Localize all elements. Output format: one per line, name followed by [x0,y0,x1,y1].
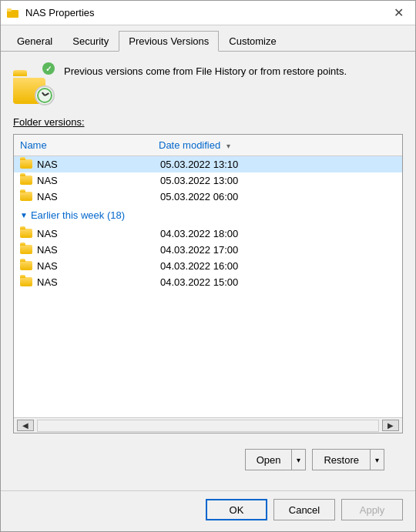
scroll-left-button[interactable]: ◀ [17,420,34,431]
row-name: NAS [37,276,160,288]
row-date: 04.03.2022 18:00 [160,228,396,239]
folder-versions-underline: F [13,116,19,128]
folder-row-icon [20,159,32,170]
versions-list: Name Date modified ▾ NAS 05.03.2022 13:1… [13,134,403,433]
row-name: NAS [37,260,160,272]
scroll-right-button[interactable]: ▶ [382,420,399,431]
list-item[interactable]: NAS 04.03.2022 16:00 [14,258,402,274]
list-item[interactable]: NAS 04.03.2022 18:00 [14,226,402,242]
restore-dropdown-button[interactable]: ▾ [371,449,384,470]
row-name: NAS [37,159,160,170]
row-date: 04.03.2022 16:00 [160,260,396,272]
open-button[interactable]: Open [245,449,293,470]
group-label: Earlier this week (18) [31,209,125,221]
group-header-earlier-this-week[interactable]: ▼ Earlier this week (18) [14,205,402,226]
row-date: 05.03.2022 13:10 [160,159,396,170]
folder-tab [13,70,27,76]
clock-icon [35,85,55,105]
tab-customize[interactable]: Customize [219,31,286,52]
row-name: NAS [37,228,160,239]
row-name: NAS [37,244,160,256]
list-item[interactable]: NAS 05.03.2022 06:00 [14,189,402,205]
col-header-name[interactable]: Name [14,138,153,152]
svg-rect-1 [7,8,12,12]
folder-small-icon [20,261,32,270]
horizontal-scrollbar[interactable]: ◀ ▶ [14,417,402,433]
open-button-group: Open ▾ [245,449,307,470]
row-date: 04.03.2022 15:00 [160,276,396,288]
apply-button[interactable]: Apply [341,499,403,520]
row-date: 04.03.2022 17:00 [160,244,396,256]
folder-row-icon [20,277,32,288]
green-check-icon: ✓ [42,62,55,75]
col-header-date[interactable]: Date modified ▾ [153,138,402,152]
ok-button[interactable]: OK [206,499,267,520]
sort-arrow-icon: ▾ [226,142,230,150]
row-name: NAS [37,191,160,202]
action-buttons-row: Open ▾ Restore ▾ [13,441,403,478]
info-description: Previous versions come from File History… [64,64,347,79]
tab-general[interactable]: General [7,31,62,52]
folder-row-icon [20,192,32,202]
dialog-window: NAS Properties ✕ General Security Previo… [0,0,416,532]
tabs-bar: General Security Previous Versions Custo… [1,25,415,52]
info-icon: ✓ [13,64,53,104]
folder-row-icon [20,245,32,256]
info-section: ✓ Previous versions come from File Histo… [13,64,403,104]
clock-face [37,88,52,103]
folder-small-icon [20,229,32,238]
list-body[interactable]: NAS 05.03.2022 13:10 NAS 05.03.2022 13:0… [14,156,402,417]
open-dropdown-button[interactable]: ▾ [292,449,306,470]
folder-small-icon [20,159,32,169]
title-bar-icon [7,7,19,19]
title-bar-title: NAS Properties [25,7,387,18]
folder-small-icon [20,176,32,185]
folder-small-icon [20,245,32,254]
scrollbar-track-h[interactable] [37,420,379,432]
cancel-button[interactable]: Cancel [273,499,335,520]
restore-button-group: Restore ▾ [312,449,384,470]
list-item[interactable]: NAS 04.03.2022 15:00 [14,274,402,290]
row-name: NAS [37,175,160,186]
folder-small-icon [20,277,32,286]
folder-versions-label: Folder versions: [13,116,403,128]
list-header: Name Date modified ▾ [14,135,402,156]
list-item[interactable]: NAS 04.03.2022 17:00 [14,242,402,258]
tab-security[interactable]: Security [62,31,119,52]
chevron-down-icon: ▼ [20,211,28,219]
bottom-buttons-bar: OK Cancel Apply [1,490,415,531]
close-button[interactable]: ✕ [387,5,409,22]
title-bar: NAS Properties ✕ [1,1,415,25]
clock-hand-minute [45,92,49,95]
folder-row-icon [20,176,32,186]
folder-row-icon [20,261,32,272]
list-item[interactable]: NAS 05.03.2022 13:00 [14,172,402,189]
folder-row-icon [20,229,32,239]
tab-previous-versions[interactable]: Previous Versions [119,31,219,52]
list-item[interactable]: NAS 05.03.2022 13:10 [14,156,402,172]
tab-content: ✓ Previous versions come from File Histo… [1,52,415,490]
row-date: 05.03.2022 13:00 [160,175,396,186]
row-date: 05.03.2022 06:00 [160,191,396,202]
restore-button[interactable]: Restore [312,449,371,470]
folder-small-icon [20,192,32,201]
